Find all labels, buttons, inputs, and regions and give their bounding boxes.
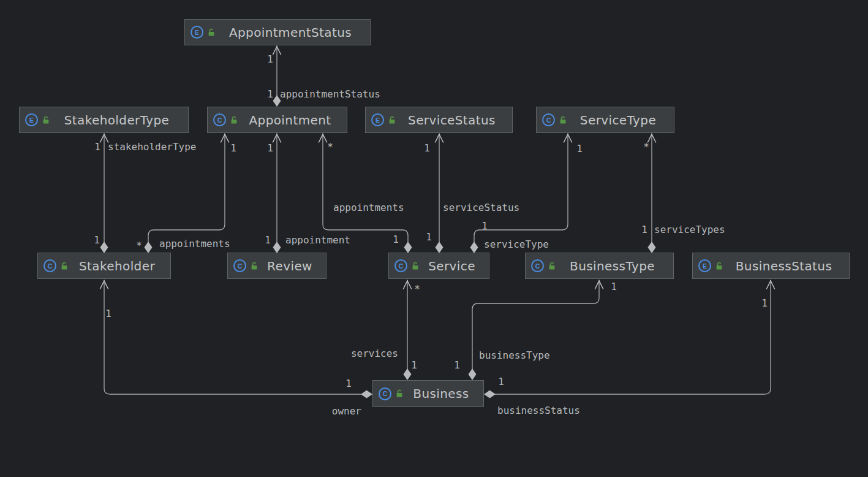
node-service-status[interactable]: EServiceStatus xyxy=(365,107,513,133)
unlocked-icon xyxy=(42,116,50,124)
unlocked-icon xyxy=(60,262,69,270)
enum-icon: E xyxy=(371,113,384,126)
node-stakeholder[interactable]: CStakeholder xyxy=(37,253,171,279)
unlocked-icon xyxy=(395,389,404,398)
node-title: Appointment xyxy=(238,113,342,128)
aggregation-diamond-icon xyxy=(484,391,496,399)
aggregation-diamond-icon xyxy=(404,368,412,380)
edge-businessstatus[interactable] xyxy=(495,280,771,394)
node-service[interactable]: CService xyxy=(388,253,489,279)
node-review[interactable]: CReview xyxy=(227,253,326,279)
node-stakeholder-type[interactable]: EStakeholderType xyxy=(19,107,189,133)
node-title: Service xyxy=(420,259,484,273)
unlocked-icon xyxy=(388,116,396,124)
node-title: ServiceStatus xyxy=(396,113,507,128)
enum-icon: E xyxy=(191,26,203,39)
edge-businesstype[interactable] xyxy=(472,280,599,369)
node-title: Review xyxy=(259,259,321,273)
node-service-type[interactable]: CServiceType xyxy=(536,107,674,133)
node-title: StakeholderType xyxy=(50,113,183,128)
node-title: AppointmentStatus xyxy=(216,25,365,40)
class-icon: C xyxy=(394,259,407,272)
class-icon: C xyxy=(213,113,226,126)
node-appointment-status[interactable]: EAppointmentStatus xyxy=(184,19,371,45)
node-business-type[interactable]: CBusinessType xyxy=(525,253,674,279)
edge-owner[interactable] xyxy=(104,280,361,394)
unlocked-icon xyxy=(250,262,259,270)
enum-icon: E xyxy=(698,259,711,272)
edge-appointments-stakeholder-[interactable] xyxy=(148,134,225,242)
aggregation-diamond-icon xyxy=(470,242,478,253)
aggregation-diamond-icon xyxy=(436,242,443,253)
aggregation-diamond-icon xyxy=(145,242,153,253)
class-icon: C xyxy=(542,113,555,126)
aggregation-diamond-icon xyxy=(273,242,281,253)
unlocked-icon xyxy=(559,116,567,124)
class-icon: C xyxy=(43,259,56,272)
aggregation-diamond-icon xyxy=(469,368,477,380)
node-title: ServiceType xyxy=(567,113,669,128)
aggregation-diamond-icon xyxy=(404,242,412,253)
unlocked-icon xyxy=(715,262,723,270)
unlocked-icon xyxy=(207,28,216,37)
node-title: BusinessType xyxy=(556,259,668,273)
unlocked-icon xyxy=(411,262,420,270)
node-appointment[interactable]: CAppointment xyxy=(207,107,347,133)
node-title: Business xyxy=(404,386,478,401)
node-title: Stakeholder xyxy=(69,259,165,273)
diagram-canvas[interactable]: EAppointmentStatusEStakeholderTypeCAppoi… xyxy=(0,0,868,477)
edge-appointments-service-[interactable] xyxy=(323,134,408,242)
class-icon: C xyxy=(531,259,544,272)
node-title: BusinessStatus xyxy=(723,259,844,273)
class-icon: C xyxy=(379,387,391,400)
aggregation-diamond-icon xyxy=(361,391,372,399)
class-icon: C xyxy=(233,259,246,272)
enum-icon: E xyxy=(25,113,38,126)
unlocked-icon xyxy=(230,116,238,124)
node-business[interactable]: CBusiness xyxy=(372,380,484,407)
aggregation-diamond-icon xyxy=(273,95,281,107)
unlocked-icon xyxy=(548,262,556,270)
edge-servicetype[interactable] xyxy=(474,134,568,242)
aggregation-diamond-icon xyxy=(648,242,656,253)
node-business-status[interactable]: EBusinessStatus xyxy=(692,253,850,279)
aggregation-diamond-icon xyxy=(100,242,108,253)
